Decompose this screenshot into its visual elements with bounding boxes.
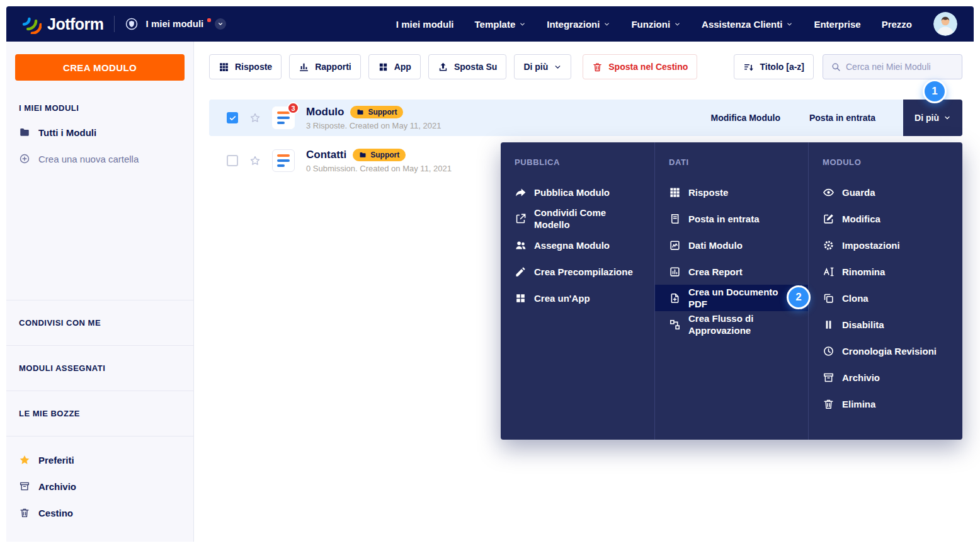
menu-item-settings[interactable]: Impostazioni — [823, 232, 962, 258]
menu-item-edit[interactable]: Modifica — [823, 205, 962, 232]
main-nav: I miei moduli Template Integrazioni Funz… — [396, 19, 912, 30]
move-up-button[interactable]: Sposta Su — [428, 54, 506, 79]
notification-badge: 3 — [287, 102, 299, 114]
menu-item-label: Dati Modulo — [688, 239, 743, 251]
jotform-logo[interactable]: Jotform — [21, 14, 104, 34]
form-icon — [272, 149, 295, 172]
menu-column-publish: PUBBLICA Pubblica Modulo Condividi Come … — [501, 142, 654, 440]
sidebar-item-new-folder[interactable]: Crea una nuova cartella — [19, 146, 181, 172]
analytics-icon — [669, 239, 681, 251]
sidebar-item-label: Crea una nuova cartella — [38, 154, 139, 164]
menu-item-archive[interactable]: Archivio — [823, 364, 962, 391]
menu-item-clone[interactable]: Clona — [823, 285, 962, 311]
sidebar-section-assigned-forms[interactable]: MODULI ASSEGNATI — [6, 345, 193, 391]
app-window: Jotform I miei moduli I miei moduli Temp… — [6, 6, 974, 542]
nav-label: I miei moduli — [396, 19, 454, 30]
sidebar-item-all-forms[interactable]: Tutti i Moduli — [19, 119, 181, 146]
checkbox[interactable] — [227, 155, 238, 166]
responses-button[interactable]: Risposte — [209, 54, 282, 79]
sidebar-section-my-forms: I MIEI MODULI — [19, 103, 181, 113]
app-grid-icon — [515, 292, 527, 304]
create-form-button[interactable]: CREA MODULO — [15, 54, 185, 81]
star-icon — [19, 454, 30, 465]
inbox-link[interactable]: Posta in entrata — [809, 113, 875, 123]
menu-item-form-analytics[interactable]: Dati Modulo — [669, 232, 808, 258]
share-box-icon — [515, 213, 527, 225]
menu-item-preview[interactable]: Guarda — [823, 179, 962, 205]
plus-circle-icon — [19, 153, 30, 164]
sidebar-item-label: Preferiti — [38, 455, 74, 465]
menu-item-create-approval-flow[interactable]: Crea Flusso di Approvazione — [669, 311, 808, 338]
toolbar-more-button[interactable]: Di più — [514, 54, 571, 79]
menu-item-label: Disabilita — [842, 319, 884, 331]
button-label: Sposta Su — [454, 62, 497, 72]
eye-icon — [823, 186, 835, 198]
nav-label: Funzioni — [631, 19, 670, 30]
avatar[interactable] — [933, 12, 957, 36]
nav-label: Prezzo — [882, 19, 912, 30]
checkbox[interactable] — [227, 112, 238, 123]
row-actions: Modifica Modulo Posta in entrata — [711, 113, 892, 123]
menu-item-assign-form[interactable]: Assegna Modulo — [515, 232, 654, 258]
form-title[interactable]: Modulo — [306, 106, 344, 118]
menu-item-label: Pubblica Modulo — [534, 186, 610, 198]
nav-my-forms[interactable]: I miei moduli — [396, 19, 454, 30]
move-up-icon — [438, 62, 448, 72]
chevron-down-icon — [554, 63, 562, 71]
main-content: Risposte Rapporti App Sposta Su Di più — [194, 42, 974, 542]
sort-button[interactable]: Titolo [a-z] — [734, 54, 814, 79]
menu-item-create-pdf-document[interactable]: Crea un Documento PDF — [655, 285, 808, 311]
nav-support[interactable]: Assistenza Clienti — [702, 19, 793, 30]
star-icon[interactable] — [249, 155, 261, 166]
folder-badge[interactable]: Support — [350, 106, 403, 118]
folder-icon — [359, 151, 367, 159]
menu-item-publish-form[interactable]: Pubblica Modulo — [515, 179, 654, 205]
form-info: Contatti Support 0 Submission. Created o… — [306, 149, 452, 173]
chevron-down-icon — [519, 21, 526, 28]
nav-label: Integrazioni — [547, 19, 600, 30]
form-title[interactable]: Contatti — [306, 149, 346, 161]
archive-icon — [19, 481, 30, 492]
folder-badge[interactable]: Support — [353, 149, 406, 161]
nav-enterprise[interactable]: Enterprise — [814, 19, 860, 30]
menu-item-rename[interactable]: Rinomina — [823, 258, 962, 285]
menu-item-inbox[interactable]: Posta in entrata — [669, 205, 808, 232]
menu-item-share-as-template[interactable]: Condividi Come Modello — [515, 205, 654, 232]
reports-button[interactable]: Rapporti — [289, 54, 361, 79]
clone-icon — [823, 292, 835, 304]
button-label: Titolo [a-z] — [760, 62, 804, 72]
search-input[interactable] — [846, 62, 954, 72]
menu-item-create-app[interactable]: Crea un'App — [515, 285, 654, 311]
edit-form-link[interactable]: Modifica Modulo — [711, 113, 780, 123]
nav-template[interactable]: Template — [474, 19, 526, 30]
menu-item-create-prefill[interactable]: Crea Precompilazione — [515, 258, 654, 285]
nav-integrations[interactable]: Integrazioni — [547, 19, 610, 30]
menu-header: PUBBLICA — [515, 157, 654, 168]
row-more-button[interactable]: Di più — [903, 100, 962, 136]
nav-pricing[interactable]: Prezzo — [882, 19, 912, 30]
menu-item-submissions[interactable]: Risposte — [669, 179, 808, 205]
sidebar-item-favorites[interactable]: Preferiti — [19, 447, 181, 473]
sidebar-item-trash[interactable]: Cestino — [19, 499, 181, 526]
pencil-icon — [515, 266, 527, 278]
form-row[interactable]: 3 Modulo Support 3 Risposte. Created on … — [209, 100, 962, 136]
menu-item-delete[interactable]: Elimina — [823, 391, 962, 417]
trash-icon — [592, 62, 603, 72]
menu-item-disable[interactable]: Disabilita — [823, 311, 962, 338]
nav-features[interactable]: Funzioni — [631, 19, 681, 30]
sidebar-item-archive[interactable]: Archivio — [19, 473, 181, 499]
menu-item-label: Risposte — [688, 186, 728, 198]
star-icon[interactable] — [249, 112, 261, 123]
gear-icon — [823, 239, 835, 251]
button-label: Sposta nel Cestino — [608, 62, 688, 72]
move-to-trash-button[interactable]: Sposta nel Cestino — [583, 54, 697, 79]
workspace-switcher[interactable]: I miei moduli — [146, 18, 227, 30]
sidebar-section-shared-with-me[interactable]: CONDIVISI CON ME — [6, 300, 193, 345]
menu-item-create-report[interactable]: Crea Report — [669, 258, 808, 285]
security-shield-icon[interactable] — [125, 17, 139, 31]
menu-item-revision-history[interactable]: Cronologia Revisioni — [823, 338, 962, 364]
forms-toolbar: Risposte Rapporti App Sposta Su Di più — [209, 54, 962, 79]
sidebar-section-my-drafts[interactable]: LE MIE BOZZE — [6, 391, 193, 436]
menu-item-label: Modifica — [842, 213, 880, 225]
app-button[interactable]: App — [368, 54, 421, 79]
